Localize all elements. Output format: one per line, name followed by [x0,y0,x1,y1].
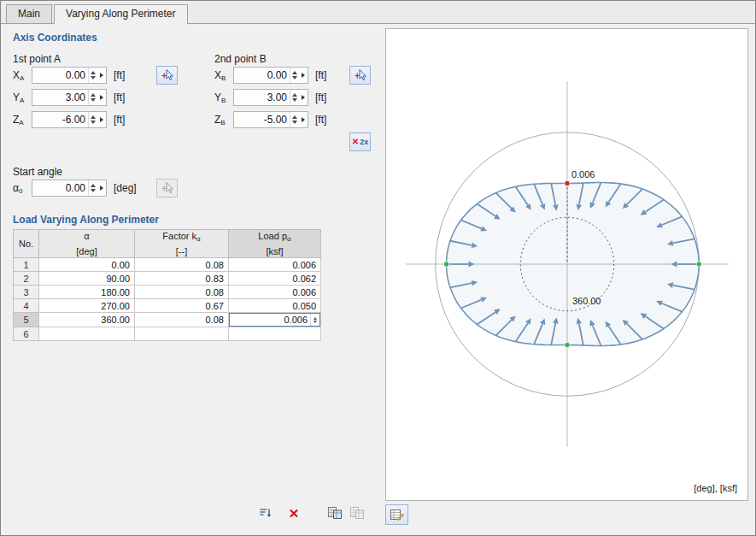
delete-all-rows-button[interactable]: ✕ [283,503,305,523]
load-cell[interactable] [229,327,321,341]
pick-cursor-icon-disabled [161,181,174,195]
xa-unit: [ft] [114,69,125,81]
table-row: 6 [14,327,321,341]
tab-bar: Main Varying Along Perimeter [1,1,755,24]
pick-cursor-icon [354,68,367,82]
load-diagram-panel: 0.006360.00 [deg], [ksf] [385,28,748,501]
yb-input[interactable]: 3.00 [233,89,308,106]
col-header-no: No. [14,230,39,258]
xb-expander-icon[interactable] [299,68,308,83]
table-toolbar: ✕ [254,503,368,523]
load-cell-spinner[interactable] [310,314,319,326]
angle-cell[interactable]: 360.00 [39,313,135,327]
row-number[interactable]: 3 [14,286,39,299]
import-table-button[interactable] [324,503,346,523]
table-row: 5 360.00 0.08 0.006 [14,313,321,327]
yb-expander-icon[interactable] [299,90,308,105]
two-x-label: 2x [360,138,368,146]
sort-rows-button[interactable] [254,503,276,523]
coord-row-zb: ZB -5.00 [ft] [214,111,326,128]
export-table-button [346,503,368,523]
xb-input[interactable]: 0.00 [233,67,308,84]
ya-expander-icon[interactable] [97,90,106,105]
row-number[interactable]: 2 [14,272,39,286]
yb-unit: [ft] [315,91,326,103]
svg-text:0.006: 0.006 [571,169,595,180]
zb-spinner[interactable] [290,112,299,127]
factor-cell[interactable]: 0.08 [135,258,229,272]
start-angle-label: Start angle [13,166,62,178]
row-number[interactable]: 4 [14,299,39,313]
col-header-load: Load pα [ksf] [229,230,321,258]
diagram-settings-button[interactable] [385,504,408,525]
yb-spinner[interactable] [290,90,299,105]
xb-unit: [ft] [315,69,326,81]
polar-load-diagram: 0.006360.00 [386,29,747,500]
col-header-factor: Factor kα [--] [135,230,229,258]
za-label: ZA [13,114,32,127]
angle-cell[interactable]: 270.00 [39,299,135,313]
coord-row-xb: XB 0.00 [ft] [214,67,326,84]
load-cell-editing[interactable]: 0.006 [229,313,321,327]
load-cell[interactable]: 0.050 [229,299,321,313]
tab-main[interactable]: Main [6,4,52,23]
ya-input[interactable]: 3.00 [32,89,107,106]
coord-row-alpha0: α0 0.00 [deg] [13,180,137,197]
angle-cell[interactable]: 0.00 [39,258,135,272]
load-cell[interactable]: 0.006 [229,258,321,272]
diagram-units-label: [deg], [ksf] [694,483,737,493]
alpha0-expander-icon[interactable] [97,180,106,196]
col-header-alpha: α [deg] [39,230,135,258]
tab-varying-along-perimeter[interactable]: Varying Along Perimeter [54,4,188,24]
alpha0-input[interactable]: 0.00 [32,180,107,197]
factor-cell[interactable]: 0.83 [135,272,229,286]
ya-label: YA [13,91,32,104]
factor-cell[interactable]: 0.08 [135,286,229,299]
table-row: 4 270.00 0.67 0.050 [14,299,321,313]
zb-expander-icon[interactable] [299,112,308,127]
coord-row-ya: YA 3.00 [ft] [13,89,125,106]
varying-load-dialog: Main Varying Along Perimeter Axis Coordi… [0,0,756,536]
table-row: 2 90.00 0.83 0.062 [14,272,321,286]
xb-label: XB [214,69,233,82]
za-unit: [ft] [114,114,125,126]
coord-row-yb: YB 3.00 [ft] [214,89,326,106]
row-number[interactable]: 1 [14,258,39,272]
load-cell[interactable]: 0.006 [229,286,321,299]
load-table: No. α [deg] Factor kα [--] Load pα [ksf] [13,229,321,341]
yb-label: YB [214,91,233,104]
ya-unit: [ft] [114,91,125,103]
zb-input[interactable]: -5.00 [233,111,308,128]
angle-cell[interactable]: 90.00 [39,272,135,286]
load-cell[interactable]: 0.062 [229,272,321,286]
import-table-icon [327,506,343,520]
svg-text:360.00: 360.00 [572,296,601,306]
angle-cell[interactable]: 180.00 [39,286,135,299]
coord-row-xa: XA 0.00 [ft] [13,67,125,84]
zb-label: ZB [214,114,233,127]
za-expander-icon[interactable] [97,112,106,127]
za-input[interactable]: -6.00 [32,111,107,128]
point-b-label: 2nd point B [214,53,267,65]
angle-cell[interactable] [39,327,135,341]
xb-spinner[interactable] [290,68,299,83]
load-table-title: Load Varying Along Perimeter [13,214,159,226]
row-number[interactable]: 6 [14,327,39,341]
zb-unit: [ft] [315,114,326,126]
xa-spinner[interactable] [88,68,97,83]
factor-cell[interactable] [135,327,229,341]
xa-expander-icon[interactable] [97,68,106,83]
factor-cell[interactable]: 0.67 [135,299,229,313]
delete-all-icon: ✕ [289,507,300,520]
za-spinner[interactable] [88,112,97,127]
row-number[interactable]: 5 [14,313,39,327]
pick-point-a-button[interactable] [156,66,178,85]
factor-cell[interactable]: 0.08 [135,313,229,327]
table-row: 3 180.00 0.08 0.006 [14,286,321,299]
ya-spinner[interactable] [88,90,97,105]
alpha0-spinner[interactable] [88,180,97,196]
xa-input[interactable]: 0.00 [32,67,107,84]
coord-row-za: ZA -6.00 [ft] [13,111,125,128]
pick-two-points-button[interactable]: ✕2x [349,133,371,151]
pick-point-b-button[interactable] [349,66,371,85]
